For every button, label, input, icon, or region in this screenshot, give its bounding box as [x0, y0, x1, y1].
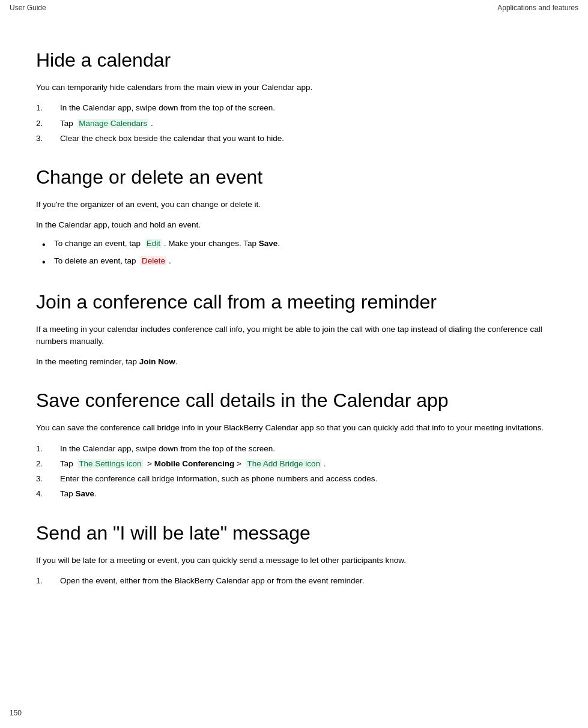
save-conference-steps: 1. In the Calendar app, swipe down from … — [36, 443, 552, 501]
manage-calendars-link[interactable]: Manage Calendars — [77, 119, 148, 128]
late-message-intro: If you will be late for a meeting or eve… — [36, 555, 552, 567]
hide-calendar-steps: 1. In the Calendar app, swipe down from … — [36, 102, 552, 145]
list-item: 3. Clear the check box beside the calend… — [36, 133, 552, 145]
list-item: 1. In the Calendar app, swipe down from … — [36, 443, 552, 455]
change-delete-bullets: • To change an event, tap Edit . Make yo… — [36, 238, 552, 269]
change-delete-intro: If you're the organizer of an event, you… — [36, 199, 552, 211]
edit-link[interactable]: Edit — [145, 239, 162, 248]
list-item: 1. In the Calendar app, swipe down from … — [36, 102, 552, 114]
join-conference-intro: If a meeting in your calendar includes c… — [36, 323, 552, 348]
save-conference-intro: You can save the conference call bridge … — [36, 422, 552, 434]
header-right: Applications and features — [497, 2, 578, 13]
hide-calendar-intro: You can temporarily hide calendars from … — [36, 82, 552, 94]
list-item: 2. Tap Manage Calendars . — [36, 118, 552, 130]
list-item: 2. Tap The Settings icon > Mobile Confer… — [36, 458, 552, 470]
list-item: 1. Open the event, either from the Black… — [36, 575, 552, 587]
section-title-change-delete: Change or delete an event — [36, 163, 552, 191]
late-message-steps: 1. Open the event, either from the Black… — [36, 575, 552, 587]
add-bridge-icon-link[interactable]: The Add Bridge icon — [246, 459, 321, 468]
delete-link[interactable]: Delete — [141, 256, 166, 265]
section-title-save-conference: Save conference call details in the Cale… — [36, 386, 552, 415]
section-title-join-conference: Join a conference call from a meeting re… — [36, 287, 552, 316]
page-number: 150 — [10, 709, 22, 717]
section-title-hide-calendar: Hide a calendar — [36, 46, 552, 74]
settings-icon-link[interactable]: The Settings icon — [77, 459, 142, 468]
list-item: • To delete an event, tap Delete . — [36, 255, 552, 269]
header-left: User Guide — [10, 2, 46, 13]
change-delete-body: In the Calendar app, touch and hold an e… — [36, 219, 552, 231]
list-item: 4. Tap Save. — [36, 488, 552, 500]
section-title-late-message: Send an "I will be late" message — [36, 519, 552, 547]
list-item: • To change an event, tap Edit . Make yo… — [36, 238, 552, 252]
list-item: 3. Enter the conference call bridge info… — [36, 473, 552, 485]
join-conference-body: In the meeting reminder, tap Join Now. — [36, 356, 552, 368]
